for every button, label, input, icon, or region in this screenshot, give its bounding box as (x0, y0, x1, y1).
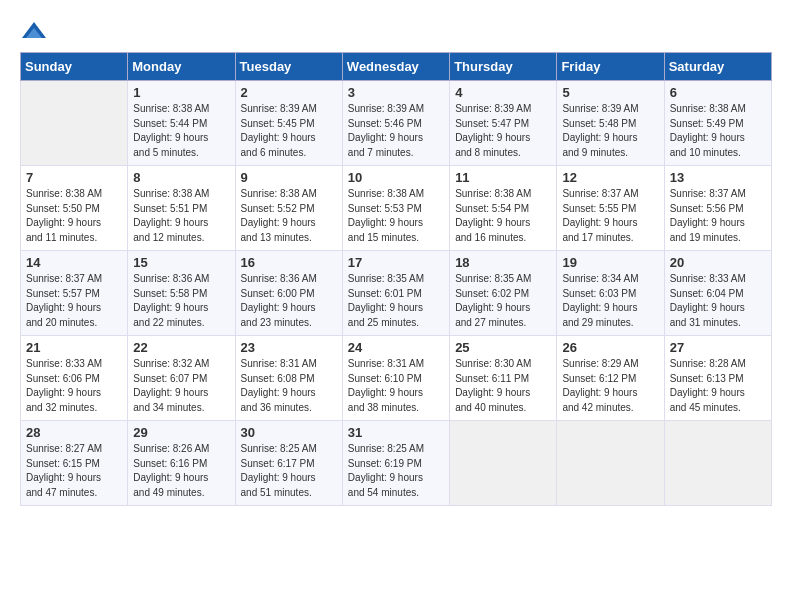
day-number: 13 (670, 170, 766, 185)
day-info: Sunrise: 8:25 AM Sunset: 6:19 PM Dayligh… (348, 442, 444, 500)
day-info: Sunrise: 8:37 AM Sunset: 5:56 PM Dayligh… (670, 187, 766, 245)
day-number: 17 (348, 255, 444, 270)
day-number: 5 (562, 85, 658, 100)
day-info: Sunrise: 8:38 AM Sunset: 5:53 PM Dayligh… (348, 187, 444, 245)
day-number: 22 (133, 340, 229, 355)
day-number: 1 (133, 85, 229, 100)
day-number: 4 (455, 85, 551, 100)
day-info: Sunrise: 8:35 AM Sunset: 6:01 PM Dayligh… (348, 272, 444, 330)
day-number: 25 (455, 340, 551, 355)
day-info: Sunrise: 8:35 AM Sunset: 6:02 PM Dayligh… (455, 272, 551, 330)
day-cell: 9Sunrise: 8:38 AM Sunset: 5:52 PM Daylig… (235, 166, 342, 251)
day-info: Sunrise: 8:39 AM Sunset: 5:47 PM Dayligh… (455, 102, 551, 160)
day-cell: 8Sunrise: 8:38 AM Sunset: 5:51 PM Daylig… (128, 166, 235, 251)
day-number: 16 (241, 255, 337, 270)
day-cell: 27Sunrise: 8:28 AM Sunset: 6:13 PM Dayli… (664, 336, 771, 421)
day-cell: 7Sunrise: 8:38 AM Sunset: 5:50 PM Daylig… (21, 166, 128, 251)
week-row-1: 1Sunrise: 8:38 AM Sunset: 5:44 PM Daylig… (21, 81, 772, 166)
day-info: Sunrise: 8:33 AM Sunset: 6:04 PM Dayligh… (670, 272, 766, 330)
day-cell: 6Sunrise: 8:38 AM Sunset: 5:49 PM Daylig… (664, 81, 771, 166)
day-cell: 4Sunrise: 8:39 AM Sunset: 5:47 PM Daylig… (450, 81, 557, 166)
day-number: 9 (241, 170, 337, 185)
day-info: Sunrise: 8:36 AM Sunset: 6:00 PM Dayligh… (241, 272, 337, 330)
day-number: 29 (133, 425, 229, 440)
day-cell: 5Sunrise: 8:39 AM Sunset: 5:48 PM Daylig… (557, 81, 664, 166)
day-info: Sunrise: 8:28 AM Sunset: 6:13 PM Dayligh… (670, 357, 766, 415)
day-cell: 18Sunrise: 8:35 AM Sunset: 6:02 PM Dayli… (450, 251, 557, 336)
day-number: 2 (241, 85, 337, 100)
day-cell: 10Sunrise: 8:38 AM Sunset: 5:53 PM Dayli… (342, 166, 449, 251)
col-header-monday: Monday (128, 53, 235, 81)
day-number: 30 (241, 425, 337, 440)
day-info: Sunrise: 8:38 AM Sunset: 5:51 PM Dayligh… (133, 187, 229, 245)
col-header-saturday: Saturday (664, 53, 771, 81)
day-info: Sunrise: 8:36 AM Sunset: 5:58 PM Dayligh… (133, 272, 229, 330)
day-cell: 31Sunrise: 8:25 AM Sunset: 6:19 PM Dayli… (342, 421, 449, 506)
day-number: 8 (133, 170, 229, 185)
day-info: Sunrise: 8:31 AM Sunset: 6:08 PM Dayligh… (241, 357, 337, 415)
day-cell: 3Sunrise: 8:39 AM Sunset: 5:46 PM Daylig… (342, 81, 449, 166)
header (20, 20, 772, 42)
day-cell: 23Sunrise: 8:31 AM Sunset: 6:08 PM Dayli… (235, 336, 342, 421)
day-info: Sunrise: 8:38 AM Sunset: 5:50 PM Dayligh… (26, 187, 122, 245)
day-number: 15 (133, 255, 229, 270)
week-row-5: 28Sunrise: 8:27 AM Sunset: 6:15 PM Dayli… (21, 421, 772, 506)
day-info: Sunrise: 8:39 AM Sunset: 5:46 PM Dayligh… (348, 102, 444, 160)
day-info: Sunrise: 8:39 AM Sunset: 5:45 PM Dayligh… (241, 102, 337, 160)
day-cell: 16Sunrise: 8:36 AM Sunset: 6:00 PM Dayli… (235, 251, 342, 336)
col-header-wednesday: Wednesday (342, 53, 449, 81)
logo (20, 20, 52, 42)
day-number: 10 (348, 170, 444, 185)
day-cell: 20Sunrise: 8:33 AM Sunset: 6:04 PM Dayli… (664, 251, 771, 336)
day-number: 12 (562, 170, 658, 185)
day-number: 23 (241, 340, 337, 355)
day-number: 14 (26, 255, 122, 270)
day-cell (557, 421, 664, 506)
day-number: 20 (670, 255, 766, 270)
day-info: Sunrise: 8:34 AM Sunset: 6:03 PM Dayligh… (562, 272, 658, 330)
day-number: 11 (455, 170, 551, 185)
day-cell: 19Sunrise: 8:34 AM Sunset: 6:03 PM Dayli… (557, 251, 664, 336)
day-cell: 22Sunrise: 8:32 AM Sunset: 6:07 PM Dayli… (128, 336, 235, 421)
day-cell (450, 421, 557, 506)
logo-icon (20, 20, 48, 42)
day-cell: 14Sunrise: 8:37 AM Sunset: 5:57 PM Dayli… (21, 251, 128, 336)
day-info: Sunrise: 8:33 AM Sunset: 6:06 PM Dayligh… (26, 357, 122, 415)
day-cell: 29Sunrise: 8:26 AM Sunset: 6:16 PM Dayli… (128, 421, 235, 506)
calendar-table: SundayMondayTuesdayWednesdayThursdayFrid… (20, 52, 772, 506)
day-cell: 26Sunrise: 8:29 AM Sunset: 6:12 PM Dayli… (557, 336, 664, 421)
day-number: 24 (348, 340, 444, 355)
day-info: Sunrise: 8:32 AM Sunset: 6:07 PM Dayligh… (133, 357, 229, 415)
col-header-thursday: Thursday (450, 53, 557, 81)
day-cell: 11Sunrise: 8:38 AM Sunset: 5:54 PM Dayli… (450, 166, 557, 251)
day-cell: 17Sunrise: 8:35 AM Sunset: 6:01 PM Dayli… (342, 251, 449, 336)
day-cell: 30Sunrise: 8:25 AM Sunset: 6:17 PM Dayli… (235, 421, 342, 506)
day-info: Sunrise: 8:38 AM Sunset: 5:54 PM Dayligh… (455, 187, 551, 245)
day-number: 18 (455, 255, 551, 270)
day-info: Sunrise: 8:39 AM Sunset: 5:48 PM Dayligh… (562, 102, 658, 160)
day-number: 31 (348, 425, 444, 440)
day-number: 28 (26, 425, 122, 440)
day-number: 26 (562, 340, 658, 355)
week-row-4: 21Sunrise: 8:33 AM Sunset: 6:06 PM Dayli… (21, 336, 772, 421)
day-cell (21, 81, 128, 166)
day-cell: 25Sunrise: 8:30 AM Sunset: 6:11 PM Dayli… (450, 336, 557, 421)
day-number: 19 (562, 255, 658, 270)
day-cell: 13Sunrise: 8:37 AM Sunset: 5:56 PM Dayli… (664, 166, 771, 251)
day-cell: 1Sunrise: 8:38 AM Sunset: 5:44 PM Daylig… (128, 81, 235, 166)
day-number: 21 (26, 340, 122, 355)
day-cell: 12Sunrise: 8:37 AM Sunset: 5:55 PM Dayli… (557, 166, 664, 251)
day-number: 27 (670, 340, 766, 355)
week-row-2: 7Sunrise: 8:38 AM Sunset: 5:50 PM Daylig… (21, 166, 772, 251)
week-row-3: 14Sunrise: 8:37 AM Sunset: 5:57 PM Dayli… (21, 251, 772, 336)
day-number: 6 (670, 85, 766, 100)
day-info: Sunrise: 8:25 AM Sunset: 6:17 PM Dayligh… (241, 442, 337, 500)
day-info: Sunrise: 8:27 AM Sunset: 6:15 PM Dayligh… (26, 442, 122, 500)
day-info: Sunrise: 8:26 AM Sunset: 6:16 PM Dayligh… (133, 442, 229, 500)
day-info: Sunrise: 8:30 AM Sunset: 6:11 PM Dayligh… (455, 357, 551, 415)
day-cell: 2Sunrise: 8:39 AM Sunset: 5:45 PM Daylig… (235, 81, 342, 166)
day-info: Sunrise: 8:37 AM Sunset: 5:55 PM Dayligh… (562, 187, 658, 245)
day-info: Sunrise: 8:38 AM Sunset: 5:44 PM Dayligh… (133, 102, 229, 160)
day-number: 7 (26, 170, 122, 185)
day-info: Sunrise: 8:38 AM Sunset: 5:52 PM Dayligh… (241, 187, 337, 245)
